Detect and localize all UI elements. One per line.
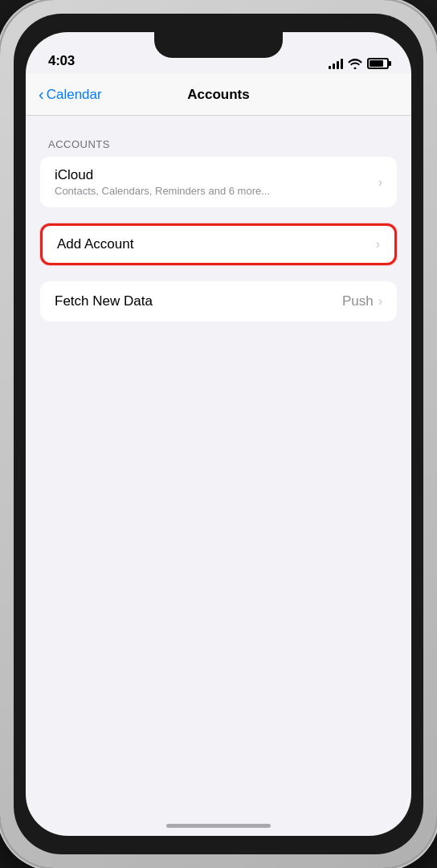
accounts-section: ACCOUNTS iCloud Contacts, Calendars, Rem… [26, 138, 411, 207]
fetch-new-data-item[interactable]: Fetch New Data Push › [40, 281, 397, 321]
home-indicator [166, 824, 271, 828]
add-account-title: Add Account [57, 236, 133, 252]
fetch-new-data-group: Fetch New Data Push › [40, 281, 397, 321]
notch [154, 32, 283, 58]
accounts-list-group: iCloud Contacts, Calendars, Reminders an… [40, 157, 397, 207]
status-time: 4:03 [48, 53, 75, 69]
accounts-section-header: ACCOUNTS [26, 138, 411, 157]
back-label: Calendar [47, 87, 102, 103]
signal-bar-4 [341, 59, 343, 69]
icloud-item-content: iCloud Contacts, Calendars, Reminders an… [55, 167, 378, 197]
screen: 4:03 [26, 32, 411, 836]
page-title: Accounts [187, 87, 249, 103]
add-account-chevron-icon: › [376, 237, 380, 252]
icloud-chevron-icon: › [378, 175, 382, 190]
navigation-bar: ‹ Calendar Accounts [26, 74, 411, 116]
icloud-chevron-area: › [378, 175, 382, 190]
phone-inner: 4:03 [14, 14, 423, 854]
fetch-new-data-value: Push [342, 293, 374, 309]
wifi-icon [348, 58, 362, 69]
fetch-new-data-chevron-icon: › [378, 294, 382, 309]
back-chevron-icon: ‹ [39, 86, 44, 102]
signal-bar-3 [337, 61, 339, 69]
add-account-wrapper: Add Account › [40, 223, 397, 265]
phone-frame: 4:03 [0, 0, 437, 868]
battery-icon [367, 58, 389, 69]
add-account-chevron-area: › [376, 237, 380, 252]
icloud-subtitle: Contacts, Calendars, Reminders and 6 mor… [55, 185, 378, 197]
icloud-list-item[interactable]: iCloud Contacts, Calendars, Reminders an… [40, 157, 397, 207]
battery-fill [370, 60, 383, 67]
signal-bar-1 [329, 66, 331, 69]
status-icons [329, 58, 389, 69]
fetch-new-data-title: Fetch New Data [55, 293, 153, 309]
content-area: ACCOUNTS iCloud Contacts, Calendars, Rem… [26, 116, 411, 836]
signal-bar-2 [333, 63, 335, 69]
fetch-new-data-right: Push › [342, 293, 382, 309]
signal-bars-icon [329, 58, 343, 69]
back-button[interactable]: ‹ Calendar [39, 87, 102, 103]
add-account-button[interactable]: Add Account › [40, 223, 397, 265]
icloud-title: iCloud [55, 167, 378, 183]
